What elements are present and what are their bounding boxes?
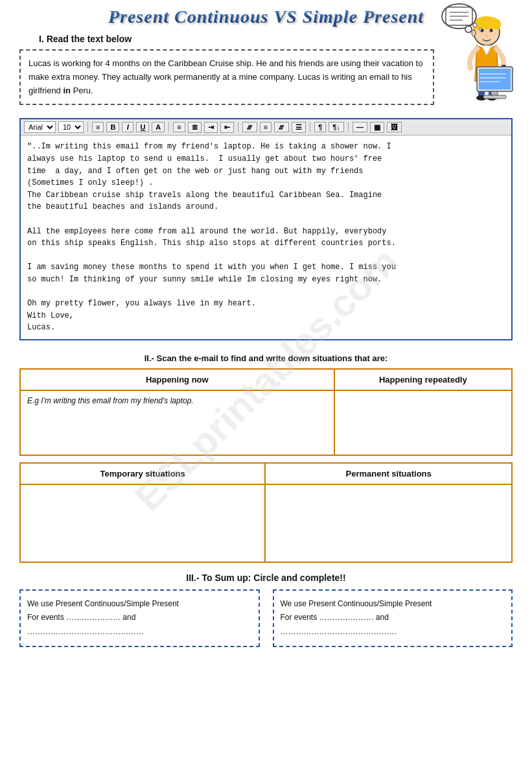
situations-table-top: Happening now Happening repeatedly E.g I… [19,368,513,456]
size-select[interactable]: 10 [58,121,84,133]
bold-in: in [63,86,71,95]
title-area: Present Continuous VS Simple Present [19,6,513,27]
toolbar-img-btn[interactable]: 🖼 [387,122,402,132]
situations-table-bottom: Temporary situations Permanent situation… [19,462,513,563]
example-label: E.g [27,396,39,405]
email-content: "..Im writing this email from my friend'… [21,136,511,339]
svg-rect-22 [491,91,498,95]
sumup-line3-left: ……………………………………… [27,625,252,639]
toolbar-font-color-btn[interactable]: A [152,122,165,132]
col-temporary: Temporary situations [20,463,265,484]
character-illustration [461,3,513,102]
happening-repeatedly-cell [334,390,512,455]
toolbar-rtl-btn[interactable]: ¶↓ [329,122,344,132]
toolbar-table-btn[interactable]: ▦ [370,122,384,133]
reading-box: Lucas is working for 4 months on the Car… [19,49,434,105]
happening-now-cell: E.g I'm writing this email from my frien… [20,390,334,455]
svg-point-14 [479,28,481,30]
toolbar-outdent-btn[interactable]: ⇤ [220,122,234,133]
toolbar-list2-btn[interactable]: ≣ [188,122,202,133]
toolbar-sep1 [87,122,88,132]
svg-rect-23 [483,95,506,99]
svg-point-7 [472,30,476,36]
toolbar-italic-btn[interactable]: I [122,122,133,132]
col-happening-now: Happening now [20,369,334,390]
thought-bubble [441,3,477,29]
font-select[interactable]: Arial [24,121,56,133]
email-editor[interactable]: Arial 10 ≡ B I U A ≡ ≣ ⇥ ⇤ ⫻ ≡ ⫻ ☰ ¶ ¶↓ … [19,118,513,340]
toolbar-list-btn[interactable]: ≡ [173,122,185,132]
toolbar-para-btn[interactable]: ¶ [314,122,326,132]
toolbar-sep2 [168,122,169,132]
sum-up-box-right: We use Present Continuous/Simple Present… [273,589,513,647]
sumup-line2-left: For events ………………… and [27,611,252,625]
toolbar-align-right[interactable]: ⫻ [274,122,289,132]
page-title: Present Continuous VS Simple Present [108,6,424,27]
example-text: I'm writing this email from my friend's … [41,396,193,405]
reading-text: Lucas is working for 4 months on the Car… [29,58,422,95]
sumup-line3-right: ……………………………………… [281,625,505,639]
table-row [20,484,512,562]
toolbar-align-left[interactable]: ⫻ [242,122,257,132]
section2-heading: II.- Scan the e-mail to find and write d… [19,353,513,363]
sum-up-box-left: We use Present Continuous/Simple Present… [19,589,260,647]
svg-point-6 [490,29,493,32]
sumup-line1-left: We use Present Continuous/Simple Present [27,597,252,611]
sumup-line1-right: We use Present Continuous/Simple Present [281,597,505,611]
sumup-line2-right: For events ………………… and [281,611,505,625]
toolbar-sep5 [348,122,349,132]
toolbar-indent-btn[interactable]: ⇥ [204,122,218,133]
toolbar-underline-btn[interactable]: U [136,122,149,132]
toolbar-align-justify[interactable]: ☰ [292,122,306,133]
sum-up-boxes: We use Present Continuous/Simple Present… [19,589,513,647]
table-row: E.g I'm writing this email from my frien… [20,390,512,455]
editor-toolbar: Arial 10 ≡ B I U A ≡ ≣ ⇥ ⇤ ⫻ ≡ ⫻ ☰ ¶ ¶↓ … [21,119,511,136]
temporary-cell [20,484,265,562]
toolbar-format-btn[interactable]: ≡ [92,122,104,132]
toolbar-align-center[interactable]: ≡ [260,122,272,132]
toolbar-sep4 [310,122,310,132]
toolbar-hr-btn[interactable]: — [353,122,367,132]
col-permanent: Permanent situations [265,463,512,484]
toolbar-bold-btn[interactable]: B [106,122,119,132]
section3-heading: III.- To Sum up: Circle and complete!! [19,573,513,583]
toolbar-sep3 [238,122,238,132]
permanent-cell [265,484,512,562]
section1-heading: I. Read the text below [39,34,513,44]
svg-rect-18 [479,69,511,89]
col-happening-repeatedly: Happening repeatedly [334,369,512,390]
